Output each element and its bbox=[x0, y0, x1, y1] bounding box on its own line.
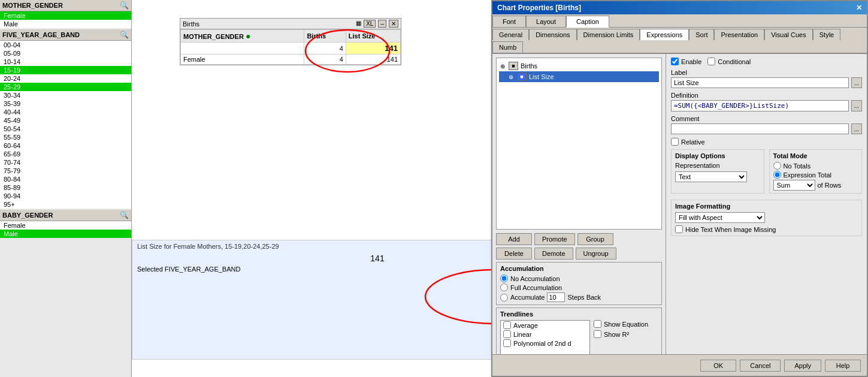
definition-expand-button[interactable]: ... bbox=[851, 100, 862, 111]
conditional-checkbox[interactable] bbox=[707, 58, 715, 65]
sum-select[interactable]: Sum Avg bbox=[773, 180, 815, 191]
sidebar-item-male-mother[interactable]: Male bbox=[0, 20, 131, 28]
tree-item-listsize[interactable]: ⊕ ■ List Size bbox=[499, 71, 659, 82]
accum-radio-no[interactable]: No Accumulation bbox=[500, 275, 658, 282]
table-xl-button[interactable]: XL bbox=[364, 20, 376, 28]
tab-dimension-limits[interactable]: Dimension Limits bbox=[577, 29, 640, 40]
tab-layout[interactable]: Layout bbox=[526, 16, 566, 27]
relative-checkbox[interactable] bbox=[671, 138, 679, 146]
sidebar-item-90-94[interactable]: 90-94 bbox=[0, 192, 131, 200]
cancel-button[interactable]: Cancel bbox=[740, 360, 781, 372]
radio-full-accumulation[interactable] bbox=[500, 283, 508, 291]
sidebar-item-male-baby[interactable]: Male bbox=[0, 230, 131, 238]
sidebar-item-10-14[interactable]: 10-14 bbox=[0, 58, 131, 66]
tab-sort[interactable]: Sort bbox=[689, 29, 714, 40]
add-button[interactable]: Add bbox=[496, 233, 532, 245]
sidebar-item-55-59[interactable]: 55-59 bbox=[0, 133, 131, 141]
checkbox-polynomial[interactable] bbox=[503, 339, 511, 347]
tab-numb[interactable]: Numb bbox=[492, 41, 523, 53]
search-icon-age-band[interactable]: 🔍 bbox=[120, 31, 129, 39]
show-r2-row[interactable]: Show R² bbox=[594, 330, 648, 338]
label-input[interactable] bbox=[671, 77, 849, 88]
sidebar-item-75-79[interactable]: 75-79 bbox=[0, 167, 131, 175]
radio-accumulate[interactable] bbox=[500, 294, 508, 301]
sidebar-item-60-64[interactable]: 60-64 bbox=[0, 141, 131, 150]
conditional-checkbox-row[interactable]: Conditional bbox=[707, 58, 751, 65]
total-radio-no-totals[interactable]: No Totals bbox=[773, 162, 858, 170]
hide-text-row[interactable]: Hide Text When Image Missing bbox=[675, 225, 858, 233]
delete-button[interactable]: Delete bbox=[496, 248, 532, 260]
comment-input[interactable] bbox=[671, 123, 849, 134]
show-equation-row[interactable]: Show Equation bbox=[594, 320, 648, 328]
enable-checkbox[interactable] bbox=[671, 58, 679, 65]
label-expand-button[interactable]: ... bbox=[851, 77, 862, 88]
radio-expression-total[interactable] bbox=[773, 171, 781, 179]
tab-style[interactable]: Style bbox=[813, 29, 840, 40]
steps-input[interactable] bbox=[547, 292, 565, 302]
radio-no-accumulation[interactable] bbox=[500, 275, 508, 282]
ungroup-button[interactable]: Ungroup bbox=[576, 248, 616, 260]
tab-visual-cues[interactable]: Visual Cues bbox=[764, 29, 813, 40]
dialog-close-button[interactable]: ✕ bbox=[856, 4, 862, 12]
representation-label: Representation bbox=[675, 162, 720, 169]
definition-value[interactable]: =SUM({<BABY_GENDER>}ListSize) bbox=[671, 100, 849, 111]
sidebar-item-30-34[interactable]: 30-34 bbox=[0, 91, 131, 99]
tab-expressions[interactable]: Expressions bbox=[640, 29, 689, 40]
checkbox-show-equation[interactable] bbox=[594, 320, 601, 328]
sidebar-item-70-74[interactable]: 70-74 bbox=[0, 158, 131, 167]
ok-button[interactable]: OK bbox=[700, 360, 736, 372]
sidebar-item-40-44[interactable]: 40-44 bbox=[0, 108, 131, 116]
sidebar-item-female-baby[interactable]: Female bbox=[0, 221, 131, 230]
chart-properties-dialog: Chart Properties [Births] ✕ Font Layout … bbox=[491, 0, 868, 377]
enable-checkbox-row[interactable]: Enable bbox=[671, 58, 701, 65]
sidebar-item-45-49[interactable]: 45-49 bbox=[0, 116, 131, 125]
tab-dimensions[interactable]: Dimensions bbox=[529, 29, 576, 40]
tab-caption[interactable]: Caption bbox=[566, 16, 609, 28]
sidebar-item-25-29[interactable]: 25-29 bbox=[0, 83, 131, 91]
table-close-button[interactable]: ✕ bbox=[389, 20, 398, 28]
trend-item-linear[interactable]: Linear bbox=[501, 330, 589, 339]
sidebar-item-50-54[interactable]: 50-54 bbox=[0, 125, 131, 133]
tab-presentation[interactable]: Presentation bbox=[714, 29, 764, 40]
sidebar-item-65-69[interactable]: 65-69 bbox=[0, 150, 131, 158]
sidebar-item-05-09[interactable]: 05-09 bbox=[0, 49, 131, 58]
sidebar-item-80-84[interactable]: 80-84 bbox=[0, 175, 131, 183]
trendlines-list: Average Linear Polynomial of 2nd d bbox=[500, 320, 590, 356]
sidebar-item-95plus[interactable]: 95+ bbox=[0, 200, 131, 209]
checkbox-average[interactable] bbox=[503, 321, 511, 329]
steps-back-label: Steps Back bbox=[567, 294, 601, 301]
sidebar-item-female-mother[interactable]: Female bbox=[0, 11, 131, 20]
apply-button[interactable]: Apply bbox=[784, 360, 821, 372]
tab-general[interactable]: General bbox=[492, 29, 529, 40]
checkbox-linear[interactable] bbox=[503, 330, 511, 338]
search-icon-mother-gender[interactable]: 🔍 bbox=[120, 1, 129, 10]
group-button[interactable]: Group bbox=[577, 233, 613, 245]
hide-text-checkbox[interactable] bbox=[675, 225, 683, 233]
sidebar-item-15-19[interactable]: 15-19 bbox=[0, 66, 131, 74]
radio-no-totals[interactable] bbox=[773, 162, 781, 170]
checkbox-show-r2[interactable] bbox=[594, 330, 601, 338]
image-formatting-select[interactable]: Fill with Aspect No Stretch Fill Always … bbox=[675, 212, 765, 223]
total-radio-expression[interactable]: Expression Total bbox=[773, 171, 858, 179]
trend-item-polynomial[interactable]: Polynomial of 2nd d bbox=[501, 339, 589, 348]
accum-radio-full[interactable]: Full Accumulation bbox=[500, 283, 658, 291]
demote-button[interactable]: Demote bbox=[534, 248, 573, 260]
sidebar-item-00-04[interactable]: 00-04 bbox=[0, 41, 131, 49]
representation-select[interactable]: Text Image Gauge Mini Chart bbox=[675, 171, 747, 182]
sidebar-item-85-89[interactable]: 85-89 bbox=[0, 183, 131, 192]
tab-font[interactable]: Font bbox=[492, 16, 526, 27]
sidebar-item-35-39[interactable]: 35-39 bbox=[0, 99, 131, 108]
comment-expand-button[interactable]: ... bbox=[851, 123, 862, 134]
sidebar-section-mother-gender: MOTHER_GENDER 🔍 Female Male bbox=[0, 0, 131, 28]
relative-row[interactable]: Relative bbox=[671, 138, 862, 146]
table-minimize-button[interactable]: – bbox=[378, 20, 386, 28]
trend-item-average[interactable]: Average bbox=[501, 321, 589, 330]
promote-button[interactable]: Promote bbox=[534, 233, 575, 245]
comment-field-label: Comment bbox=[671, 115, 862, 122]
green-dot-icon: ● bbox=[246, 31, 250, 41]
accum-radio-steps[interactable]: Accumulate Steps Back bbox=[500, 292, 658, 302]
search-icon-baby-gender[interactable]: 🔍 bbox=[120, 211, 129, 219]
help-button[interactable]: Help bbox=[825, 360, 861, 372]
tree-item-births[interactable]: ⊕ ■ Births bbox=[499, 61, 659, 71]
sidebar-item-20-24[interactable]: 20-24 bbox=[0, 74, 131, 83]
